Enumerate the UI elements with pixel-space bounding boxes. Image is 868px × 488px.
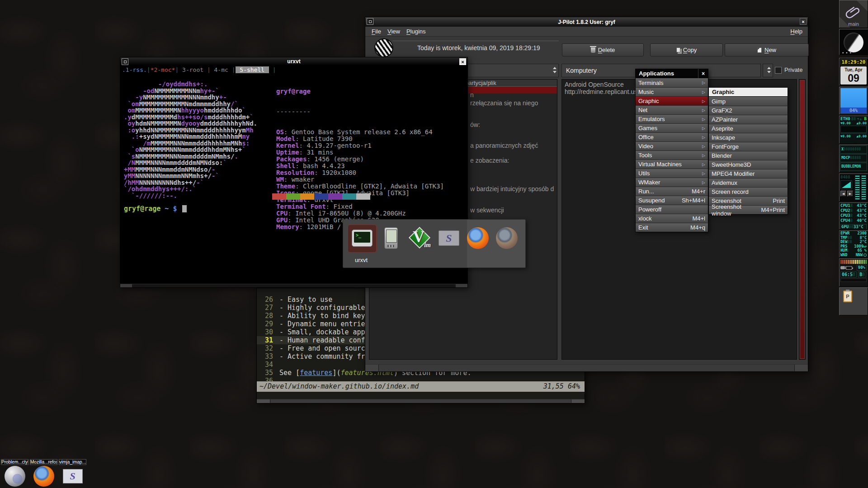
new-button[interactable]: New <box>725 43 809 56</box>
menu-item-avidemux[interactable]: Avidemux <box>709 178 788 187</box>
list-row-fragment[interactable]: rzełączania się na niego <box>470 99 538 107</box>
private-checkbox[interactable] <box>775 67 782 74</box>
copy-button[interactable]: Copy <box>650 43 723 56</box>
menu-item-exit[interactable]: ExitM4+q <box>636 223 708 232</box>
lcd-display-row: X88888888 <box>840 145 867 154</box>
dock-lcd-monitor[interactable]: X88888888MOCP88888BUBBLEMON <box>839 145 868 173</box>
terminal-tab[interactable]: .1-rss. <box>122 66 147 73</box>
jpilot-titlebar[interactable]: J-Pilot 1.8.2 User: gryf × <box>365 17 808 27</box>
list-row-fragment[interactable]: e zobaczenia: <box>470 157 509 164</box>
menu-item-virtual-machines[interactable]: Virtual Machines▷ <box>636 160 708 169</box>
miniwindow-vimja-imap[interactable]: vimja_imap...S <box>59 459 86 487</box>
switcher-icon-urxvt[interactable]: >_ <box>349 225 375 251</box>
terminal-close-button[interactable]: × <box>459 58 466 65</box>
menu-item-screenshot-window[interactable]: Screenshot windowM4+Print <box>709 205 788 214</box>
menu-item-games[interactable]: Games▷ <box>636 123 708 132</box>
menu-item-azpainter[interactable]: AZPainter <box>709 115 788 124</box>
menu-item-utils[interactable]: Utils▷ <box>636 169 708 178</box>
menu-item-aseprite[interactable]: Aseprite <box>709 124 788 133</box>
menu-item-grafx2[interactable]: GraFX2 <box>709 106 788 115</box>
jpilot-resizebar[interactable] <box>365 364 808 371</box>
graphic-submenu-titlebar[interactable]: Graphic <box>709 88 788 97</box>
dock-weather-monitor[interactable]: EPWR2300TMP888°CDEW882°CPRS1009hPHUM:65 … <box>839 230 868 258</box>
neofetch-info: gryf@rage --------- OS: Gentoo Base Syst… <box>276 75 444 244</box>
menu-item-susupend[interactable]: SusupendSh+M4+l <box>636 196 708 205</box>
list-row-fragment[interactable]: a panoramicznych zdjęć <box>470 142 538 149</box>
applications-menu-titlebar[interactable]: Applications × <box>636 69 708 78</box>
terminal-tabbar[interactable]: .1-rss.|*2-moc*| 3-root | 4-mc | 5-shell… <box>120 66 467 74</box>
dock-temperature-monitor[interactable]: CPU1843°CCPU2843°CCPU3843°CCPU4840°CGPU8… <box>839 202 868 230</box>
menu-item-screen-record[interactable]: Screen record <box>709 187 788 196</box>
list-row-fragment[interactable]: ów: <box>470 121 480 128</box>
menu-item-run[interactable]: Run...M4+r <box>636 187 708 196</box>
switcher-icon-firefox[interactable] <box>465 225 491 251</box>
terminal-tab[interactable]: | <box>232 66 236 73</box>
list-row-fragment[interactable]: w bardziej intuicyjny sposób d <box>470 185 554 192</box>
dock-battery-monitor[interactable]: 90% 06:58 B8 <box>839 258 868 286</box>
miniwindow-mozilla-refox[interactable]: Mozilla...refox <box>30 459 57 487</box>
menu-help[interactable]: Help <box>790 28 802 35</box>
menu-item-video[interactable]: Video▷ <box>636 141 708 150</box>
terminal-resizebar[interactable] <box>120 284 467 287</box>
miniwindow-problem-ctyl[interactable]: Problem...ctyl <box>1 459 28 487</box>
menu-file[interactable]: File <box>372 28 381 35</box>
menu-item-gimp[interactable]: Gimp <box>709 97 788 106</box>
terminal-tab[interactable]: *2-moc* <box>151 66 175 73</box>
moon-dots: ... <box>841 48 853 55</box>
terminal-tab[interactable]: 3-root <box>179 66 207 73</box>
terminal-tab[interactable]: | <box>269 66 276 73</box>
mixer-prev-button[interactable]: ◀ <box>840 191 846 197</box>
dock-clip[interactable]: main <box>839 0 868 28</box>
switcher-icon-jpilot-pda[interactable] <box>378 225 404 251</box>
menu-item-graphic[interactable]: Graphic▷ <box>636 96 708 105</box>
menu-item-net[interactable]: Net▷ <box>636 105 708 114</box>
menu-item-xlock[interactable]: xlockM4+l <box>636 214 708 223</box>
color-swatch <box>342 193 356 200</box>
category-combo-arrows[interactable] <box>763 64 773 77</box>
terminal-tab[interactable]: | <box>207 66 211 73</box>
menu-item-wmaker[interactable]: WMaker▷ <box>636 178 708 187</box>
dock-clipboard-app[interactable]: P <box>839 287 868 315</box>
clipboard-icon: P <box>843 291 852 302</box>
menu-item-label: Blender <box>712 152 732 159</box>
memo-scrollbar[interactable] <box>799 79 806 360</box>
jpilot-close-button[interactable]: × <box>800 18 807 25</box>
menu-plugins[interactable]: Plugins <box>406 28 426 35</box>
menu-item-music[interactable]: Music▷ <box>636 87 708 96</box>
switcher-icon-vim[interactable]: Vim <box>407 225 433 251</box>
switcher-icon-firefox-dim[interactable] <box>494 225 519 251</box>
menu-item-office[interactable]: Office▷ <box>636 132 708 141</box>
jpilot-miniaturize-button[interactable] <box>367 18 373 25</box>
terminal-tab[interactable]: | <box>175 66 179 73</box>
terminal-tab[interactable]: 5-shell <box>236 66 269 73</box>
delete-button[interactable]: Delete <box>562 43 644 56</box>
terminal-titlebar[interactable]: urxvt × <box>120 57 467 66</box>
list-row-fragment[interactable]: n <box>470 91 474 99</box>
list-row-fragment[interactable]: w sekwencji <box>470 206 504 214</box>
menu-view[interactable]: View <box>387 28 400 35</box>
menu-item-terminals[interactable]: Terminals▷ <box>636 78 708 87</box>
menu-item-poweroff[interactable]: Poweroff <box>636 205 708 214</box>
menu-item-emulators[interactable]: Emulators▷ <box>636 114 708 123</box>
dock-load-monitor[interactable]: 04% <box>839 87 868 115</box>
menu-item-inkscape[interactable]: Inkscape <box>709 133 788 142</box>
dock-clock[interactable]: 18:29:20 Tue, Apr 09 <box>839 58 868 86</box>
menu-item-fontforge[interactable]: FontForge <box>709 142 788 151</box>
menu-item-mpeg4-modifier[interactable]: MPEG4 Modifier <box>709 169 788 178</box>
vim-line-number: 28 <box>261 312 273 320</box>
menu-item-blender[interactable]: Blender <box>709 151 788 160</box>
vim-resizebar[interactable] <box>257 399 585 403</box>
terminal-miniaturize-button[interactable] <box>122 58 128 65</box>
switcher-icon-mail[interactable]: S <box>436 225 462 251</box>
menu-item-sweethome3d[interactable]: SweetHome3D <box>709 160 788 169</box>
terminal-tab[interactable]: | <box>147 66 151 73</box>
shell-prompt[interactable]: gryf@rage ~ $ <box>124 205 187 213</box>
terminal-tab[interactable]: 4-mc <box>211 66 232 73</box>
menu-item-tools[interactable]: Tools▷ <box>636 150 708 160</box>
scrollbar-thumb[interactable] <box>800 80 805 359</box>
menu-close-button[interactable]: × <box>698 69 708 78</box>
dock-moon-button[interactable]: ... <box>839 29 868 55</box>
mixer-next-button[interactable]: ▶ <box>847 191 853 197</box>
dock-net-monitor[interactable]: ETH0 88 ▼▲ B ▼0.00 ▲0.00 ▼0.00 ▲0.00 <box>839 116 868 144</box>
dock-mixer[interactable]: 8488 ◀ ▶ <box>839 174 868 202</box>
